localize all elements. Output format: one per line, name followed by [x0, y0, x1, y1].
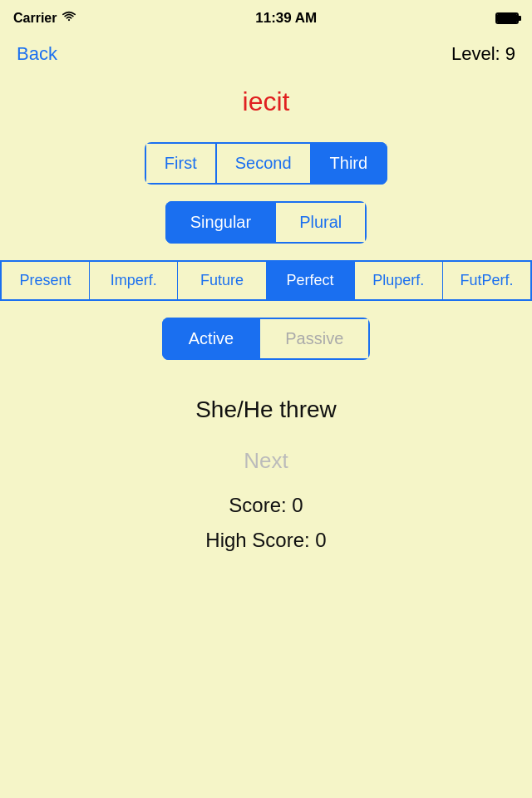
level-label: Level: 9 — [451, 43, 515, 65]
back-button[interactable]: Back — [17, 43, 57, 65]
battery-fill — [497, 14, 517, 22]
score-label: Score: 0 — [229, 494, 303, 517]
carrier-label: Carrier — [13, 11, 57, 26]
tense-btn-perfect[interactable]: Perfect — [266, 260, 354, 301]
voice-btn-passive[interactable]: Passive — [259, 318, 370, 360]
person-btn-third[interactable]: Third — [310, 142, 388, 185]
person-segment-group: FirstSecondThird — [145, 142, 387, 185]
battery-icon — [495, 12, 519, 24]
tense-btn-present[interactable]: Present — [0, 260, 89, 301]
person-btn-first[interactable]: First — [145, 142, 215, 185]
status-bar: Carrier 11:39 AM — [0, 0, 532, 37]
tense-btn-future[interactable]: Future — [177, 260, 265, 301]
number-btn-plural[interactable]: Plural — [274, 201, 367, 244]
translation-text: She/He threw — [195, 397, 337, 423]
word-display: iecit — [243, 86, 290, 117]
voice-segment-group: ActivePassive — [162, 318, 371, 360]
number-btn-singular[interactable]: Singular — [165, 201, 274, 244]
tense-btn-futperf[interactable]: FutPerf. — [442, 260, 532, 301]
next-button[interactable]: Next — [244, 448, 288, 474]
tense-btn-imperf[interactable]: Imperf. — [89, 260, 177, 301]
nav-bar: Back Level: 9 — [0, 37, 532, 78]
content-area: iecit FirstSecondThird SingularPlural Pr… — [0, 78, 532, 569]
voice-btn-active[interactable]: Active — [162, 318, 259, 360]
person-btn-second[interactable]: Second — [215, 142, 310, 185]
number-segment-group: SingularPlural — [165, 201, 367, 244]
high-score-label: High Score: 0 — [205, 529, 326, 552]
wifi-icon — [62, 11, 76, 26]
tense-btn-pluperf[interactable]: Pluperf. — [354, 260, 442, 301]
status-time: 11:39 AM — [255, 10, 317, 27]
status-battery — [495, 12, 519, 24]
status-carrier: Carrier — [13, 11, 76, 26]
tense-segment-group: PresentImperf.FuturePerfectPluperf.FutPe… — [0, 260, 532, 301]
